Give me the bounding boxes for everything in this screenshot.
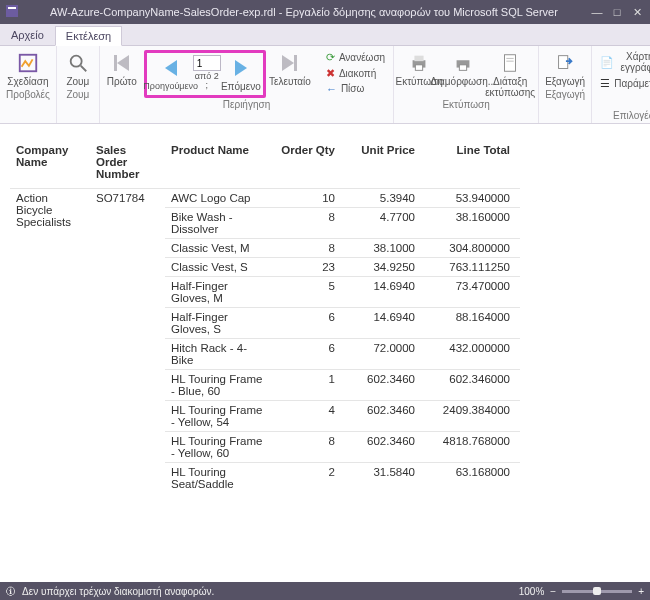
- first-icon: [109, 50, 135, 76]
- page-number-box: από 2 ;: [193, 55, 221, 91]
- svg-point-3: [71, 56, 82, 67]
- app-icon: [6, 5, 18, 19]
- print-layout-icon: [497, 50, 523, 76]
- page-nav-highlight: Προηγούμενο από 2 ; Επόμενο: [144, 50, 266, 98]
- back-button[interactable]: ← Πίσω: [324, 82, 387, 96]
- print-icon: [406, 50, 432, 76]
- zoom-in-button[interactable]: +: [638, 586, 644, 597]
- stop-icon: ✖: [326, 67, 335, 80]
- zoom-button[interactable]: Ζουμ: [63, 50, 93, 88]
- report-viewer[interactable]: Company Name Sales Order Number Product …: [0, 124, 650, 582]
- group-zoom: Ζουμ Ζουμ: [57, 46, 100, 123]
- first-page-button[interactable]: Πρώτο: [106, 50, 138, 88]
- refresh-icon: ⟳: [326, 51, 335, 64]
- svg-rect-0: [6, 5, 18, 17]
- group-print: Εκτύπωση Διαμόρφωση... Διάταξη εκτύπωσης…: [394, 46, 539, 123]
- refresh-button[interactable]: ⟳ Ανανέωση: [324, 50, 387, 65]
- zoom-slider[interactable]: [562, 590, 632, 593]
- last-icon: [277, 50, 303, 76]
- order-cell: SO71784: [90, 189, 165, 494]
- page-setup-icon: [450, 50, 476, 76]
- col-total: Line Total: [425, 140, 520, 189]
- table-row: Action Bicycle SpecialistsSO71784AWC Log…: [10, 189, 520, 208]
- app-title: Εργαλείο δόμησης αναφορών του Microsoft …: [285, 6, 557, 18]
- last-page-button[interactable]: Τελευταίο: [272, 50, 308, 88]
- svg-rect-13: [559, 56, 568, 69]
- prev-icon: [158, 55, 184, 81]
- col-product: Product Name: [165, 140, 275, 189]
- close-button[interactable]: ✕: [630, 5, 644, 19]
- ribbon: Σχεδίαση Προβολές Ζουμ Ζουμ Πρώτο Προ: [0, 46, 650, 124]
- statusbar: 🛈 Δεν υπάρχει τρέχων διακομιστή αναφορών…: [0, 582, 650, 600]
- design-button[interactable]: Σχεδίαση: [9, 50, 47, 88]
- zoom-out-button[interactable]: −: [550, 586, 556, 597]
- tab-run[interactable]: Εκτέλεση: [55, 26, 122, 46]
- page-of-label: από 2 ;: [193, 72, 221, 91]
- svg-rect-6: [415, 56, 424, 62]
- print-layout-button[interactable]: Διάταξη εκτύπωσης: [488, 50, 532, 98]
- svg-rect-1: [8, 7, 16, 9]
- group-views: Σχεδίαση Προβολές: [0, 46, 57, 123]
- current-page-input[interactable]: [193, 55, 221, 71]
- prev-page-button[interactable]: Προηγούμενο: [151, 55, 191, 91]
- col-company: Company Name: [10, 140, 90, 189]
- col-qty: Order Qty: [275, 140, 345, 189]
- doc-filename: AW-Azure-CompanyName-SalesOrder-exp.rdl: [50, 6, 276, 18]
- svg-rect-9: [459, 65, 466, 71]
- maximize-button[interactable]: □: [610, 5, 624, 19]
- company-cell: Action Bicycle Specialists: [10, 189, 90, 494]
- docmap-icon: 📄: [600, 56, 614, 69]
- params-icon: ☰: [600, 77, 610, 90]
- page-setup-button[interactable]: Διαμόρφωση...: [444, 50, 482, 88]
- col-order: Sales Order Number: [90, 140, 165, 189]
- svg-line-4: [81, 66, 87, 72]
- stop-button[interactable]: ✖ Διακοπή: [324, 66, 387, 81]
- status-message: Δεν υπάρχει τρέχων διακομιστή αναφορών.: [22, 586, 214, 597]
- titlebar: AW-Azure-CompanyName-SalesOrder-exp.rdl …: [0, 0, 650, 24]
- design-icon: [15, 50, 41, 76]
- report-table: Company Name Sales Order Number Product …: [10, 140, 520, 493]
- export-icon: [552, 50, 578, 76]
- svg-rect-7: [415, 65, 422, 71]
- tab-file[interactable]: Αρχείο: [0, 25, 55, 45]
- col-price: Unit Price: [345, 140, 425, 189]
- zoom-label: 100%: [519, 586, 545, 597]
- svg-rect-2: [20, 55, 37, 72]
- group-options: 📄 Χάρτης εγγράφου ☰ Παράμετροι Επιλογές: [592, 46, 650, 123]
- group-export: Εξαγωγή Εξαγωγή: [539, 46, 592, 123]
- minimize-button[interactable]: —: [590, 5, 604, 19]
- zoom-icon: [65, 50, 91, 76]
- next-page-button[interactable]: Επόμενο: [223, 55, 259, 93]
- params-button[interactable]: ☰ Παράμετροι: [598, 76, 650, 91]
- back-icon: ←: [326, 83, 337, 95]
- next-icon: [228, 55, 254, 81]
- export-button[interactable]: Εξαγωγή: [546, 50, 584, 88]
- status-icon: 🛈: [6, 586, 16, 597]
- ribbon-tabs: Αρχείο Εκτέλεση: [0, 24, 650, 46]
- svg-rect-10: [505, 55, 516, 72]
- group-nav: Πρώτο Προηγούμενο από 2 ; Επόμενο: [100, 46, 394, 123]
- docmap-button[interactable]: 📄 Χάρτης εγγράφου: [598, 50, 650, 74]
